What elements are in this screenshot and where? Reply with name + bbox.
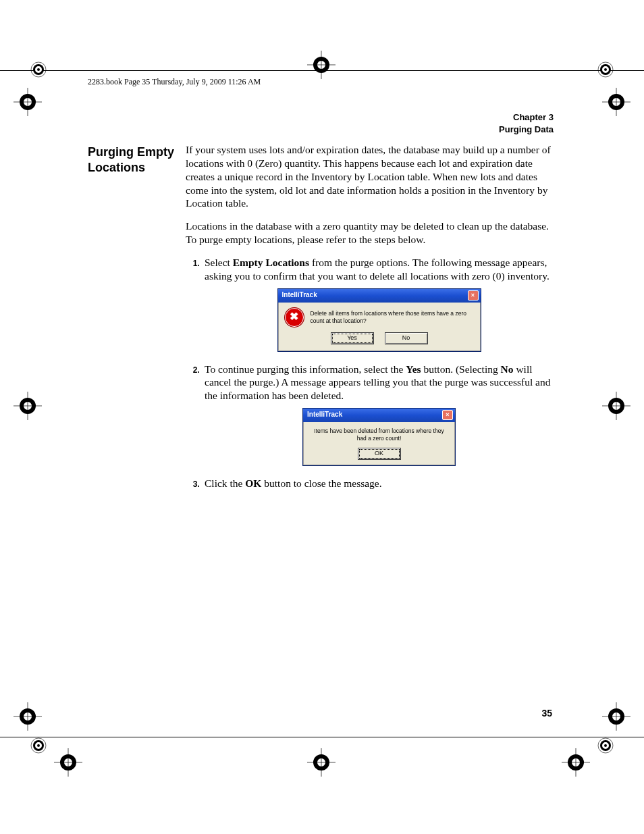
- section-heading: Purging Empty Locations: [88, 143, 186, 500]
- error-icon: ✖: [285, 308, 304, 327]
- svg-point-7: [604, 68, 607, 71]
- ok-button[interactable]: OK: [358, 448, 401, 460]
- chapter-number: Chapter 3: [88, 111, 554, 124]
- crop-line-bottom: [0, 737, 644, 737]
- crosshair-icon: [562, 748, 590, 777]
- paragraph: If your system uses lots and/or expirati…: [186, 143, 554, 210]
- no-button[interactable]: No: [385, 332, 428, 344]
- running-header: 2283.book Page 35 Thursday, July 9, 2009…: [88, 77, 261, 87]
- confirm-dialog: IntelliTrack × ✖ Delete all items from l…: [277, 288, 481, 352]
- close-icon[interactable]: ×: [442, 410, 453, 420]
- page-number: 35: [541, 708, 552, 719]
- step-2: To continue purging this information, se…: [202, 363, 554, 466]
- registration-mark-icon: [597, 737, 614, 754]
- chapter-title: Purging Data: [88, 124, 554, 136]
- crosshair-icon: [602, 88, 630, 116]
- crosshair-icon: [602, 702, 630, 731]
- step-3: Click the OK button to close the message…: [202, 477, 554, 490]
- dialog-titlebar: IntelliTrack ×: [303, 409, 455, 422]
- step-1: Select Empty Locations from the purge op…: [202, 256, 554, 352]
- crosshair-icon: [14, 392, 42, 420]
- registration-mark-icon: [597, 61, 614, 78]
- crosshair-icon: [14, 702, 42, 731]
- crosshair-icon: [602, 392, 630, 420]
- dialog-title: IntelliTrack: [282, 291, 317, 300]
- registration-mark-icon: [30, 61, 47, 78]
- crosshair-icon: [307, 748, 336, 777]
- dialog-title: IntelliTrack: [307, 411, 342, 419]
- svg-point-3: [37, 68, 40, 71]
- dialog-titlebar: IntelliTrack ×: [278, 289, 481, 303]
- dialog-message: Delete all items from locations where th…: [311, 310, 474, 325]
- crosshair-icon: [307, 51, 336, 79]
- yes-button[interactable]: Yes: [331, 332, 374, 344]
- chapter-heading: Chapter 3 Purging Data: [88, 111, 554, 135]
- paragraph: Locations in the database with a zero qu…: [186, 219, 554, 246]
- crosshair-icon: [54, 748, 82, 777]
- crosshair-icon: [14, 88, 42, 116]
- body-column: If your system uses lots and/or expirati…: [186, 143, 554, 500]
- info-dialog: IntelliTrack × Items have been deleted f…: [302, 408, 456, 466]
- close-icon[interactable]: ×: [468, 290, 479, 301]
- svg-point-11: [37, 744, 40, 747]
- svg-point-15: [604, 744, 607, 747]
- dialog-message: Items have been deleted from locations w…: [310, 427, 448, 442]
- registration-mark-icon: [30, 737, 47, 754]
- page-content: Chapter 3 Purging Data Purging Empty Loc…: [88, 111, 554, 500]
